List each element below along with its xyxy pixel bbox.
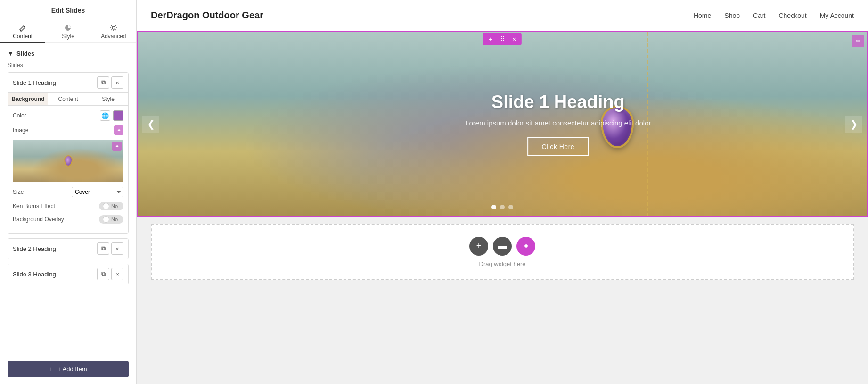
- edit-corner-btn[interactable]: ✏: [852, 35, 864, 47]
- pendant-preview: [64, 155, 73, 167]
- nav-shop[interactable]: Shop: [724, 12, 740, 19]
- templates-btn[interactable]: ▬: [493, 237, 512, 256]
- drag-widget-icons: + ▬ ✦: [469, 237, 535, 256]
- size-label: Size: [13, 189, 72, 195]
- image-replace-btn[interactable]: ✦: [114, 125, 123, 135]
- slide-cta-button[interactable]: Click Here: [528, 137, 589, 156]
- slide-1-header: Slide 1 Heading ⧉ ×: [8, 73, 128, 92]
- slider-dot-1[interactable]: [491, 205, 496, 209]
- slide-3-header: Slide 3 Heading ⧉ ×: [8, 264, 128, 284]
- color-swatch[interactable]: [113, 110, 123, 121]
- image-label: Image: [13, 127, 114, 134]
- nav-links: Home Shop Cart Checkout My Account: [694, 11, 854, 20]
- slide-1-bg-tabs: Background Content Style: [8, 92, 128, 106]
- color-label: Color: [13, 112, 100, 119]
- tab-content[interactable]: Content: [0, 19, 45, 43]
- tab-advanced-label: Advanced: [101, 33, 126, 40]
- tab-content-label: Content: [13, 33, 33, 40]
- panel-tabs: Content Style Advanced: [0, 19, 136, 43]
- slide-bg-tab-style[interactable]: Style: [88, 93, 128, 105]
- add-item-button[interactable]: + + Add Item: [8, 361, 129, 377]
- toolbar-close-btn[interactable]: ×: [510, 35, 518, 43]
- svg-point-2: [112, 26, 115, 29]
- gear-icon: [110, 24, 117, 32]
- slides-section-header: ▼ Slides: [8, 50, 129, 57]
- drag-widget-text: Drag widget here: [479, 260, 526, 267]
- overlay-label: Background Overlay: [13, 216, 99, 223]
- slide-3-label: Slide 3 Heading: [13, 271, 95, 278]
- color-controls: 🌐: [100, 110, 123, 121]
- site-logo: DerDragon Outdoor Gear: [151, 10, 263, 21]
- overlay-knob: [103, 216, 109, 223]
- nav-my-account[interactable]: My Account: [820, 12, 854, 19]
- elementor-toolbar: + ⠿ ×: [483, 33, 522, 45]
- slide-bg-tab-content[interactable]: Content: [48, 93, 88, 105]
- overlay-row: Background Overlay No: [13, 215, 123, 224]
- slide-2-label: Slide 2 Heading: [13, 245, 95, 252]
- slide-2-header: Slide 2 Heading ⧉ ×: [8, 239, 128, 259]
- slider-dot-2[interactable]: [500, 205, 505, 209]
- slides-section-title: Slides: [16, 50, 34, 57]
- slide-heading: Slide 1 Heading: [465, 92, 651, 112]
- svg-line-0: [20, 31, 21, 31]
- ken-burns-value: No: [111, 203, 118, 209]
- left-panel: Edit Slides Content Style Advanced: [0, 0, 137, 384]
- style-icon: [64, 24, 72, 32]
- site-nav: DerDragon Outdoor Gear Home Shop Cart Ch…: [137, 0, 868, 31]
- pencil-icon: [19, 24, 26, 32]
- add-widget-btn[interactable]: +: [469, 237, 488, 256]
- toolbar-add-btn[interactable]: +: [487, 35, 494, 43]
- panel-title: Edit Slides: [0, 0, 136, 19]
- ken-burns-row: Ken Burns Effect No: [13, 202, 123, 210]
- panel-body: ▼ Slides Slides Slide 1 Heading ⧉ × Back…: [0, 43, 136, 354]
- slide-1-duplicate-btn[interactable]: ⧉: [97, 76, 109, 89]
- slide-3-delete-btn[interactable]: ×: [111, 268, 123, 280]
- slide-content: Slide 1 Heading Lorem ipsum dolor sit am…: [465, 92, 651, 156]
- slides-sublabel: Slides: [8, 62, 129, 68]
- color-setting-row: Color 🌐: [13, 110, 123, 121]
- image-setting-row: Image ✦: [13, 125, 123, 135]
- image-preview[interactable]: ✦: [13, 140, 123, 182]
- global-color-btn[interactable]: 🌐: [100, 110, 110, 121]
- image-preview-inner: [13, 140, 123, 182]
- toolbar-drag-btn[interactable]: ⠿: [498, 35, 507, 43]
- slide-3-duplicate-btn[interactable]: ⧉: [97, 268, 109, 280]
- slide-item-1: Slide 1 Heading ⧉ × Background Content S…: [8, 72, 129, 234]
- nav-cart[interactable]: Cart: [753, 12, 765, 19]
- slide-background: Slide 1 Heading Lorem ipsum dolor sit am…: [138, 32, 867, 216]
- overlay-toggle[interactable]: No: [99, 215, 123, 224]
- tab-style[interactable]: Style: [45, 19, 90, 42]
- slider-dots: [491, 205, 513, 209]
- slider-wrapper: ✏ Slide 1 Heading Lorem ipsum dolor sit …: [137, 31, 868, 217]
- slide-1-settings: Color 🌐 Image ✦ ✦ Size: [8, 106, 128, 233]
- drag-widget-section: + ▬ ✦ Drag widget here: [151, 224, 854, 280]
- image-overlay-btn[interactable]: ✦: [112, 142, 122, 151]
- slider-next-btn[interactable]: ❯: [845, 116, 862, 133]
- collapse-arrow-icon[interactable]: ▼: [8, 50, 14, 57]
- add-item-plus: +: [49, 366, 53, 373]
- nav-home[interactable]: Home: [694, 12, 711, 19]
- size-select[interactable]: Cover Contain Auto: [72, 187, 123, 197]
- slider-dot-3[interactable]: [508, 205, 513, 209]
- slide-bg-tab-background[interactable]: Background: [8, 93, 48, 105]
- size-setting-row: Size Cover Contain Auto: [13, 187, 123, 197]
- slide-item-3: Slide 3 Heading ⧉ ×: [8, 264, 129, 284]
- ken-burns-label: Ken Burns Effect: [13, 203, 99, 209]
- slide-subtext: Lorem ipsum dolor sit amet consectetur a…: [465, 119, 651, 127]
- magic-btn[interactable]: ✦: [516, 237, 535, 256]
- right-content: DerDragon Outdoor Gear Home Shop Cart Ch…: [137, 0, 868, 384]
- ken-burns-knob: [103, 203, 109, 209]
- tab-advanced[interactable]: Advanced: [91, 19, 136, 42]
- ken-burns-toggle[interactable]: No: [99, 202, 123, 210]
- slider-prev-btn[interactable]: ❮: [142, 116, 159, 133]
- slide-1-label: Slide 1 Heading: [13, 79, 95, 86]
- slide-2-delete-btn[interactable]: ×: [111, 242, 123, 255]
- slide-1-delete-btn[interactable]: ×: [111, 76, 123, 89]
- slider-section: + ⠿ × ✏ Slide 1 Heading Lorem ipsum dolo…: [137, 31, 868, 217]
- overlay-value: No: [111, 217, 118, 222]
- slide-2-duplicate-btn[interactable]: ⧉: [97, 242, 109, 255]
- tab-style-label: Style: [62, 33, 74, 40]
- nav-checkout[interactable]: Checkout: [778, 12, 806, 19]
- add-item-label: + Add Item: [57, 366, 87, 373]
- slide-item-2: Slide 2 Heading ⧉ ×: [8, 238, 129, 259]
